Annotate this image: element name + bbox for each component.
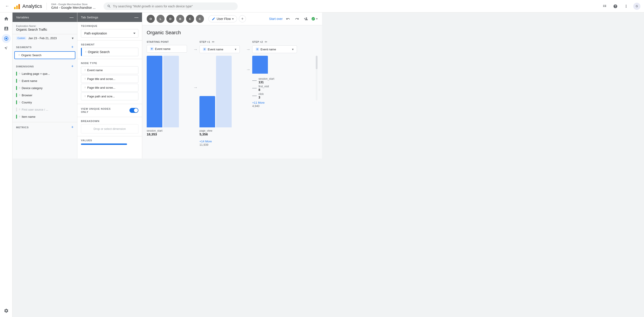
segment-tag-organic-search[interactable]: ⠿ Organic Search: [81, 48, 138, 56]
svg-rect-2: [18, 4, 20, 9]
node-type-item-0[interactable]: ⠿ Event name: [81, 66, 138, 74]
redo-button[interactable]: [294, 15, 300, 22]
add-metric-button[interactable]: +: [71, 125, 74, 130]
step1-dimension-button[interactable]: Event name ▾: [200, 46, 240, 53]
tab-settings-minimize-button[interactable]: —: [134, 15, 138, 19]
start-over-button[interactable]: Start over: [269, 17, 283, 21]
back-button[interactable]: ←: [4, 3, 11, 10]
node-type-item-3[interactable]: ⠿ Page path and scre...: [81, 93, 138, 100]
sidebar-item-advertising[interactable]: [2, 44, 11, 53]
dimension-label: Country: [22, 101, 32, 104]
technique-label: TECHNIQUE: [81, 25, 138, 27]
step2-more-link[interactable]: +11 More: [252, 101, 297, 104]
dimension-item-first-user-source[interactable]: ⠿ First user source / ...: [12, 106, 77, 113]
search-bar[interactable]: [104, 3, 238, 10]
view-unique-nodes-toggle[interactable]: [130, 108, 138, 113]
step1-bars: [200, 56, 244, 127]
node-type-label: NODE TYPE: [81, 62, 138, 65]
step2-node-name-2: click: [258, 93, 264, 96]
dimension-item-landing-page[interactable]: ⠿ Landing page + que...: [12, 70, 77, 77]
sidebar-item-reports[interactable]: [2, 24, 11, 33]
add-segment-button[interactable]: +: [71, 45, 74, 50]
drag-handle-icon: ⠿: [19, 73, 20, 75]
technique-badge-label: User Flow: [217, 17, 231, 21]
user-avatar-B[interactable]: B: [176, 15, 184, 23]
variables-panel-title: Variables: [16, 16, 29, 19]
dimension-color-indicator: [16, 115, 17, 119]
variables-minimize-button[interactable]: —: [70, 15, 74, 19]
tab-settings-panel-title: Tab Settings: [81, 16, 98, 19]
metrics-title: METRICS: [16, 126, 29, 129]
technique-badge[interactable]: User Flow ▾: [208, 15, 237, 22]
breakdown-label: BREAKDOWN: [81, 120, 138, 122]
step1-edit-button[interactable]: ✏: [212, 40, 215, 44]
step2-node-info: first_visit 8: [258, 85, 269, 92]
step2-more-value: 4,940: [252, 104, 297, 108]
edit-icon: [212, 17, 215, 21]
date-chevron-icon: ▾: [72, 36, 74, 40]
step1-arrow-icon: →: [192, 47, 200, 52]
step2-label: STEP +2: [252, 41, 263, 43]
user-avatar-L[interactable]: L: [156, 15, 164, 23]
starting-point-bars: [147, 56, 192, 127]
dimension-icon: [203, 48, 206, 51]
node-type-label-1: Page title and scree...: [87, 77, 116, 81]
user-avatar-D[interactable]: D: [166, 15, 174, 23]
node-type-item-1[interactable]: ⠿ Page title and scree...: [81, 75, 138, 83]
dimension-item-event-name[interactable]: ⠿ Event name: [12, 77, 77, 84]
step2-dimension-button[interactable]: Event name ▾: [252, 46, 297, 53]
flow-content: Organic Search STARTING POINT Event name: [142, 25, 322, 159]
node-type-label-2: Page title and scree...: [87, 86, 116, 89]
date-range-selector[interactable]: Custom Jan 23 - Feb 21, 2023 ▾: [12, 34, 77, 42]
dimensions-section-header: DIMENSIONS +: [12, 61, 77, 70]
step2-line-icon: [252, 88, 257, 88]
drag-handle-icon: ⠿: [18, 54, 20, 56]
segment-item-organic-search[interactable]: ⠿ Organic Search: [14, 51, 75, 59]
toggle-knob: [134, 108, 138, 112]
step1-top-node-value: 5,356: [200, 132, 244, 136]
main-layout: Variables — Exploration Name: Organic Se…: [0, 13, 322, 159]
dimension-item-item-name[interactable]: ⠿ Item name: [12, 113, 77, 120]
step1-more-link[interactable]: +14 More: [200, 140, 244, 143]
dimension-item-country[interactable]: ⠿ Country: [12, 99, 77, 106]
user-avatar-C1[interactable]: C: [186, 15, 194, 23]
segment-section-label: SEGMENT: [81, 43, 138, 46]
step2-more: +11 More 4,940: [252, 101, 297, 108]
person-add-icon: [304, 17, 308, 21]
search-icon: [107, 4, 111, 8]
step2-edit-button[interactable]: ✏: [265, 40, 268, 44]
account-info[interactable]: GA4 - Google Merchandise Store GA4 - Goo…: [51, 3, 96, 10]
top-nav: ← Analytics GA4 - Google Merchandise Sto…: [0, 0, 322, 13]
tab-settings-panel-header: Tab Settings —: [77, 13, 142, 22]
saved-badge[interactable]: ▾: [311, 17, 318, 21]
technique-badge-chevron-icon: ▾: [232, 17, 234, 21]
drag-handle-icon: ⠿: [84, 78, 86, 80]
add-user-button[interactable]: [302, 15, 310, 22]
step2-node-name-1: first_visit: [258, 85, 269, 88]
step1-shadow-bar: [216, 56, 232, 127]
add-tab-button[interactable]: +: [239, 15, 246, 22]
node-type-label-3: Page path and scre...: [87, 95, 115, 98]
dimension-item-browser[interactable]: ⠿ Browser: [12, 92, 77, 99]
scrollbar-thumb[interactable]: [316, 56, 318, 69]
checkmark-circle-icon: [311, 17, 315, 21]
breakdown-drop-zone[interactable]: Drop or select dimension: [81, 124, 138, 133]
node-type-section: NODE TYPE ⠿ Event name ⠿ Page title and …: [77, 59, 142, 104]
main-content: O L D B C C User Flow ▾ + Start over: [142, 13, 322, 159]
step2-node-info: click 3: [258, 93, 264, 99]
search-input[interactable]: [113, 5, 234, 8]
starting-point-dimension-button[interactable]: Event name: [147, 45, 187, 53]
sidebar-item-home[interactable]: [2, 14, 11, 23]
flow-visualization: session_start 18,353 → page_view 5,356: [147, 56, 318, 146]
node-type-item-2[interactable]: ⠿ Page title and scree...: [81, 84, 138, 92]
dimension-item-device-category[interactable]: ⠿ Device category: [12, 84, 77, 92]
sidebar-item-explore[interactable]: [2, 34, 11, 43]
user-avatar-O[interactable]: O: [147, 15, 155, 23]
scrollbar-track[interactable]: [316, 56, 318, 101]
step2-node-0: session_start 131: [252, 77, 297, 84]
technique-select[interactable]: Path exploration: [81, 29, 138, 38]
step1-label: STEP +1: [200, 41, 210, 43]
user-avatar-C2[interactable]: C: [196, 15, 204, 23]
add-dimension-button[interactable]: +: [71, 64, 74, 69]
undo-button[interactable]: [284, 15, 292, 22]
